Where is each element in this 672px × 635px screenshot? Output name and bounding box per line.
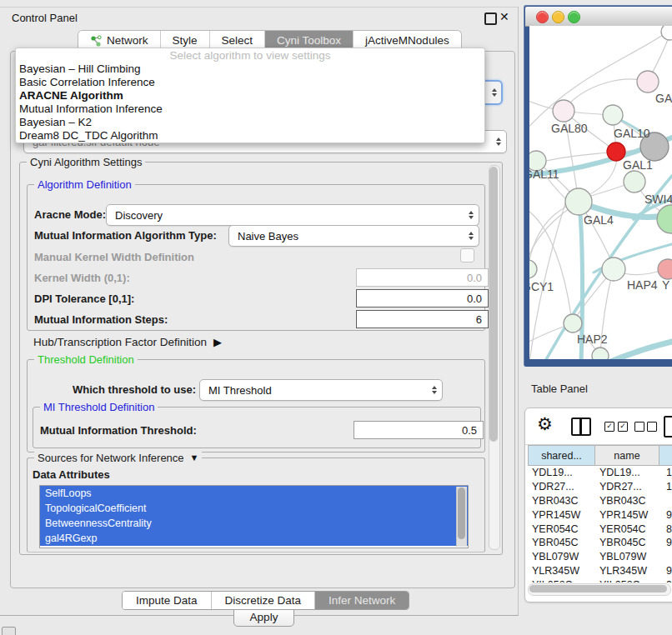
network-node[interactable] (602, 258, 625, 281)
stepper-arrows-icon (469, 211, 474, 219)
stepper-arrows-icon (496, 138, 501, 146)
float-window-icon[interactable] (484, 12, 497, 25)
bottom-tab-impute-data[interactable]: Impute Data (123, 592, 212, 609)
close-traffic-light[interactable] (536, 11, 549, 23)
network-node[interactable] (565, 188, 592, 215)
mi-threshold-field[interactable]: 0.5 (354, 421, 484, 439)
network-node[interactable] (637, 71, 659, 92)
table-row[interactable]: YLR345WYLR345W9. (528, 564, 672, 578)
unchecked-checkbox-icon[interactable] (647, 422, 657, 432)
table-header-row: shared...name (528, 445, 672, 466)
network-node[interactable] (553, 100, 574, 122)
network-node[interactable] (603, 105, 623, 125)
minimize-traffic-light[interactable] (552, 11, 564, 23)
tab-label: Network (107, 34, 148, 47)
dpi-tolerance-field[interactable]: 0.0 (356, 289, 489, 308)
column-header-item[interactable] (659, 445, 672, 466)
table-cell: YBR045C (528, 537, 599, 548)
group-title: Cyni Algorithm Settings (27, 156, 145, 168)
hub-definition-expander[interactable]: Hub/Transcription Factor Definition ▶ (33, 336, 222, 348)
tab-label: Cyni Toolbox (277, 34, 341, 47)
dropdown-item-aracne-algorithm[interactable]: ARACNE Algorithm (16, 89, 484, 102)
which-threshold-combo[interactable]: MI Threshold (199, 379, 443, 401)
kernel-width-field[interactable]: 0.0 (356, 268, 489, 287)
table-row[interactable]: YIL052CYIL052C9. (528, 578, 672, 582)
table-cell: YBR045C (599, 537, 664, 548)
table-cell: 9. (664, 579, 672, 582)
dropdown-item-bayesian-hill-climbing[interactable]: Bayesian – Hill Climbing (16, 62, 484, 76)
screen: { "window": {"title": "Control Panel"}, … (0, 0, 672, 635)
table-row[interactable]: YBL079WYBL079W (528, 550, 672, 564)
table-cell: YPR145W (528, 509, 599, 521)
dropdown-items: Bayesian – Hill ClimbingBasic Correlatio… (16, 62, 484, 142)
collapsed-panel-chip[interactable] (2, 627, 16, 635)
node-label-gal80: GAL80 (551, 122, 588, 135)
network-node[interactable] (661, 26, 672, 40)
mi-steps-field[interactable]: 6 (356, 310, 489, 328)
attribute-item-gal4rgexp[interactable]: gal4RGexp (40, 531, 468, 546)
gear-icon[interactable]: ⚙ (537, 414, 553, 434)
network-window-titlebar[interactable] (525, 7, 672, 27)
table-row[interactable]: YDR27...YDR27...12 (528, 480, 672, 494)
sources-group: Sources for Network Inference ▼ Data Att… (27, 458, 485, 552)
table-cell: YER054C (528, 523, 599, 535)
mi-steps-label: Mutual Information Steps: (34, 313, 168, 326)
unchecked-checkbox-icon[interactable] (634, 422, 644, 432)
attributes-scrollbar-thumb[interactable] (458, 488, 465, 539)
group-title: Threshold Definition (34, 353, 138, 366)
table-cell: 9. (664, 509, 672, 521)
kernel-width-label: Kernel Width (0,1): (34, 272, 130, 284)
network-node[interactable] (658, 259, 672, 279)
aracne-mode-combo[interactable]: Discovery (106, 204, 479, 226)
node-label-gal1: GAL1 (623, 158, 653, 172)
stepper-arrows-icon (469, 232, 474, 240)
dropdown-item-basic-correlation-inference[interactable]: Basic Correlation Inference (16, 76, 484, 89)
settings-scrollbar-thumb[interactable] (489, 167, 498, 442)
manual-kernel-width-checkbox[interactable] (460, 248, 474, 262)
network-node[interactable] (564, 314, 582, 332)
mi-algorithm-type-combo[interactable]: Naive Bayes (228, 225, 479, 247)
close-icon[interactable]: ✕ (499, 10, 509, 23)
which-threshold-label: Which threshold to use: (73, 383, 196, 396)
table-horizontal-scrollbar[interactable] (528, 583, 671, 596)
node-label-hap2: HAP2 (577, 332, 608, 346)
attribute-item-topologicalcoefficient[interactable]: TopologicalCoefficient (40, 501, 468, 516)
table-scrollbar-thumb[interactable] (529, 585, 667, 592)
settings-scrollbar[interactable] (489, 165, 500, 550)
attribute-item-selfloops[interactable]: SelfLoops (40, 486, 468, 501)
column-header-name[interactable]: name (595, 445, 659, 466)
table-row[interactable]: YPR145WYPR145W9. (528, 508, 672, 522)
network-node[interactable] (529, 260, 537, 278)
table-cell: YBL079W (599, 551, 664, 562)
table-row[interactable]: YBR043CYBR043C (528, 494, 672, 508)
network-node[interactable] (624, 171, 645, 192)
dropdown-item-mutual-information-inference[interactable]: Mutual Information Inference (16, 102, 484, 116)
table-row[interactable]: YDL19...YDL19...13 (528, 466, 672, 480)
zoom-traffic-light[interactable] (568, 11, 580, 23)
attributes-scrollbar[interactable] (456, 487, 467, 547)
table-row[interactable]: YBR045CYBR045C9. (528, 536, 672, 550)
manual-kernel-width-label: Manual Kernel Width Definition (34, 251, 194, 263)
column-header-shared[interactable]: shared... (528, 445, 595, 466)
aracne-mode-label: Aracne Mode: (34, 208, 106, 221)
document-icon[interactable] (664, 416, 672, 438)
table-cell: 9. (664, 537, 672, 548)
network-node[interactable] (592, 348, 609, 359)
dropdown-item-dream8-dc-tdc-algorithm[interactable]: Dream8 DC_TDC Algorithm (16, 129, 484, 142)
network-canvas[interactable]: GALGAL80GAL10GAL1GAL11SWI4GAL4GCY1HAP4YH… (529, 26, 672, 359)
sources-expander[interactable]: Sources for Network Inference ▼ (34, 452, 202, 464)
checked-checkbox-icon[interactable]: ✓ (604, 422, 614, 432)
checked-checkbox-icon[interactable]: ✓ (618, 422, 628, 432)
table-cell: YDR27... (599, 481, 664, 492)
bottom-tab-infer-network[interactable]: Infer Network (315, 592, 409, 609)
bottom-tab-discretize-data[interactable]: Discretize Data (212, 592, 316, 609)
data-attributes-list[interactable]: SelfLoopsTopologicalCoefficientBetweenne… (39, 485, 469, 548)
attribute-item-betweennesscentrality[interactable]: BetweennessCentrality (40, 516, 468, 531)
network-edge (609, 342, 672, 359)
dropdown-prompt: Select algorithm to view settings (16, 48, 484, 62)
split-columns-icon[interactable] (571, 418, 591, 436)
table-row[interactable]: YER054CYER054C8. (528, 522, 672, 536)
network-node[interactable] (657, 205, 672, 233)
dropdown-item-bayesian-k2[interactable]: Bayesian – K2 (16, 116, 484, 129)
tab-label: Style (173, 34, 198, 47)
